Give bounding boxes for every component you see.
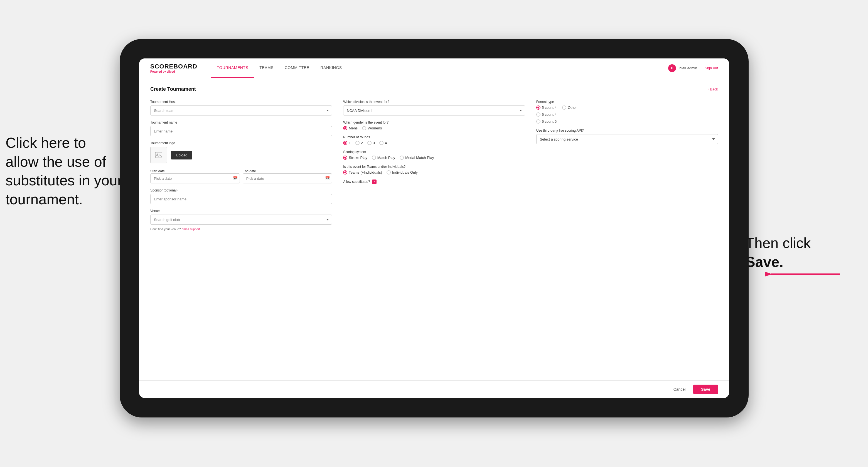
rounds-2-option[interactable]: 2 bbox=[355, 141, 363, 145]
svg-rect-2 bbox=[155, 152, 162, 158]
scoring-match-option[interactable]: Match Play bbox=[372, 156, 395, 160]
annotation-left: Click here to allow the use of substitut… bbox=[6, 133, 139, 209]
svg-point-3 bbox=[157, 154, 158, 155]
page-header: Create Tournament ‹ Back bbox=[150, 86, 718, 92]
gender-radio-group: Mens Womens bbox=[343, 126, 525, 130]
scoring-match-radio[interactable] bbox=[372, 156, 376, 160]
back-link[interactable]: ‹ Back bbox=[708, 87, 718, 91]
allow-subs-checkbox[interactable] bbox=[372, 180, 376, 184]
nav-link-rankings[interactable]: RANKINGS bbox=[315, 58, 348, 78]
allow-subs-item[interactable]: Allow substitutes? bbox=[343, 180, 525, 184]
venue-input[interactable] bbox=[150, 215, 332, 225]
tournament-host-label: Tournament Host bbox=[150, 100, 332, 104]
tablet-frame: SCOREBOARD Powered by clippd TOURNAMENTS… bbox=[120, 39, 749, 417]
gender-mens-option[interactable]: Mens bbox=[343, 126, 358, 130]
tablet-screen: SCOREBOARD Powered by clippd TOURNAMENTS… bbox=[139, 58, 729, 398]
gender-group: Which gender is the event for? Mens Wome… bbox=[343, 121, 525, 130]
scoring-medal-option[interactable]: Medal Match Play bbox=[400, 156, 434, 160]
upload-button[interactable]: Upload bbox=[171, 151, 192, 159]
arrow-right-indicator bbox=[765, 264, 843, 284]
allow-subs-group: Allow substitutes? bbox=[343, 180, 525, 184]
format-6count5-option[interactable]: 6 count 5 bbox=[536, 119, 718, 124]
gender-mens-radio[interactable] bbox=[343, 126, 347, 130]
rounds-1-radio[interactable] bbox=[343, 141, 347, 145]
scoring-stroke-option[interactable]: Stroke Play bbox=[343, 156, 367, 160]
rounds-group: Number of rounds 1 2 bbox=[343, 135, 525, 145]
start-date-input[interactable] bbox=[150, 174, 240, 183]
nav-link-committee[interactable]: COMMITTEE bbox=[279, 58, 315, 78]
start-date-wrap: 📅 bbox=[150, 174, 240, 183]
division-label: Which division is the event for? bbox=[343, 100, 525, 104]
scoring-medal-label: Medal Match Play bbox=[405, 156, 434, 160]
nav-user: blair admin bbox=[679, 66, 697, 70]
rounds-4-radio[interactable] bbox=[379, 141, 383, 145]
format-6count5-radio[interactable] bbox=[536, 119, 540, 124]
cancel-button[interactable]: Cancel bbox=[670, 385, 690, 394]
save-button[interactable]: Save bbox=[693, 385, 718, 394]
tournament-name-label: Tournament name bbox=[150, 121, 332, 124]
venue-email-link[interactable]: email support bbox=[182, 227, 200, 231]
form-section-right: Format type 5 count 4 Other bbox=[536, 100, 718, 231]
scoring-stroke-label: Stroke Play bbox=[349, 156, 367, 160]
format-other-label: Other bbox=[568, 105, 577, 110]
sponsor-input[interactable] bbox=[150, 194, 332, 204]
logo-area: SCOREBOARD Powered by clippd bbox=[150, 63, 197, 73]
event-teams-option[interactable]: Teams (+Individuals) bbox=[343, 170, 382, 175]
division-group: Which division is the event for? NCAA Di… bbox=[343, 100, 525, 116]
format-options: 5 count 4 Other 6 count 4 bbox=[536, 105, 718, 124]
event-teams-radio[interactable] bbox=[343, 170, 347, 175]
format-5count4-option[interactable]: 5 count 4 bbox=[536, 105, 557, 110]
scoring-api-label: Use third-party live scoring API? bbox=[536, 129, 718, 132]
rounds-4-option[interactable]: 4 bbox=[379, 141, 387, 145]
start-date-group: Start date 📅 bbox=[150, 168, 240, 183]
gender-womens-radio[interactable] bbox=[362, 126, 366, 130]
format-6count4-radio[interactable] bbox=[536, 113, 540, 117]
format-other-radio[interactable] bbox=[562, 105, 566, 110]
gender-mens-label: Mens bbox=[349, 126, 358, 130]
scoring-medal-radio[interactable] bbox=[400, 156, 404, 160]
nav-separator: | bbox=[701, 66, 701, 70]
tournament-logo-group: Tournament logo Upload bbox=[150, 141, 332, 163]
rounds-2-radio[interactable] bbox=[355, 141, 360, 145]
rounds-3-radio[interactable] bbox=[367, 141, 372, 145]
event-type-label: Is this event for Teams and/or Individua… bbox=[343, 165, 525, 169]
rounds-radio-group: 1 2 3 4 bbox=[343, 141, 525, 145]
tournament-host-input[interactable] bbox=[150, 105, 332, 116]
scoring-stroke-radio[interactable] bbox=[343, 156, 347, 160]
venue-note: Can't find your venue? email support bbox=[150, 227, 332, 231]
scoring-select-wrap: Select a scoring service bbox=[536, 134, 718, 144]
scoring-api-group: Use third-party live scoring API? Select… bbox=[536, 129, 718, 144]
rounds-3-option[interactable]: 3 bbox=[367, 141, 375, 145]
date-row: Start date 📅 End date 📅 bbox=[150, 168, 332, 183]
rounds-1-option[interactable]: 1 bbox=[343, 141, 351, 145]
format-type-label: Format type bbox=[536, 100, 718, 104]
end-date-input[interactable] bbox=[243, 174, 332, 183]
nav-links: TOURNAMENTS TEAMS COMMITTEE RANKINGS bbox=[211, 58, 668, 78]
format-5count4-label: 5 count 4 bbox=[542, 105, 557, 110]
format-6count4-option[interactable]: 6 count 4 bbox=[536, 113, 718, 117]
nav-link-tournaments[interactable]: TOURNAMENTS bbox=[211, 58, 254, 78]
rounds-2-label: 2 bbox=[361, 141, 363, 145]
event-individuals-label: Individuals Only bbox=[392, 170, 418, 175]
logo-scoreboard: SCOREBOARD bbox=[150, 63, 197, 70]
end-date-calendar-icon: 📅 bbox=[325, 176, 330, 181]
tournament-name-input[interactable] bbox=[150, 126, 332, 136]
gender-womens-option[interactable]: Womens bbox=[362, 126, 382, 130]
nav-link-teams[interactable]: TEAMS bbox=[254, 58, 279, 78]
venue-input-wrap bbox=[150, 215, 332, 225]
format-5count4-radio[interactable] bbox=[536, 105, 540, 110]
gender-womens-label: Womens bbox=[368, 126, 382, 130]
logo-powered: Powered by clippd bbox=[150, 70, 197, 73]
sponsor-group: Sponsor (optional) bbox=[150, 188, 332, 204]
event-individuals-option[interactable]: Individuals Only bbox=[386, 170, 418, 175]
scoring-service-select[interactable]: Select a scoring service bbox=[536, 134, 718, 144]
form-grid: Tournament Host Tournament name Tourname… bbox=[150, 100, 718, 231]
event-individuals-radio[interactable] bbox=[386, 170, 391, 175]
rounds-3-label: 3 bbox=[373, 141, 375, 145]
sign-out-link[interactable]: Sign out bbox=[705, 66, 718, 70]
format-6count5-label: 6 count 5 bbox=[542, 119, 557, 124]
division-select[interactable]: NCAA Division I bbox=[343, 105, 525, 116]
format-other-option[interactable]: Other bbox=[562, 105, 577, 110]
gender-label: Which gender is the event for? bbox=[343, 121, 525, 124]
venue-label: Venue bbox=[150, 209, 332, 213]
